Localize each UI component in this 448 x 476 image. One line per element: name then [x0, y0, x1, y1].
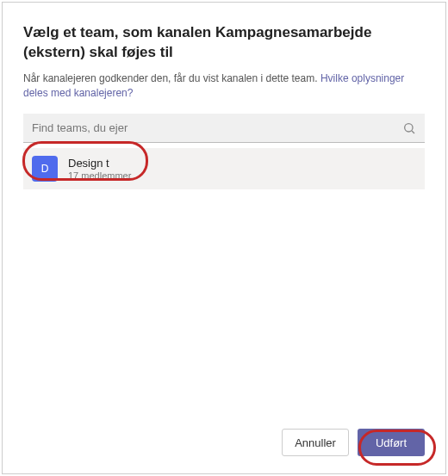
dialog-footer: Annuller Udført [282, 429, 425, 456]
search-row [23, 114, 425, 143]
done-button[interactable]: Udført [358, 429, 425, 456]
team-name: Design t [68, 157, 131, 170]
search-input[interactable] [32, 121, 402, 134]
team-text: Design t 17 medlemmer [68, 157, 131, 182]
svg-point-0 [405, 124, 413, 132]
dialog-title: Vælg et team, som kanalen Kampagnesamarb… [23, 23, 425, 63]
team-row[interactable]: D Design t 17 medlemmer [23, 148, 425, 189]
cancel-button[interactable]: Annuller [282, 429, 349, 456]
search-icon [402, 121, 416, 135]
svg-line-1 [412, 131, 414, 133]
dialog-subtitle: Når kanalejeren godkender den, får du vi… [23, 71, 425, 101]
subtitle-text: Når kanalejeren godkender den, får du vi… [23, 72, 320, 84]
select-team-dialog: Vælg et team, som kanalen Kampagnesamarb… [2, 2, 446, 474]
team-avatar: D [32, 156, 58, 182]
team-members: 17 medlemmer [68, 170, 131, 182]
